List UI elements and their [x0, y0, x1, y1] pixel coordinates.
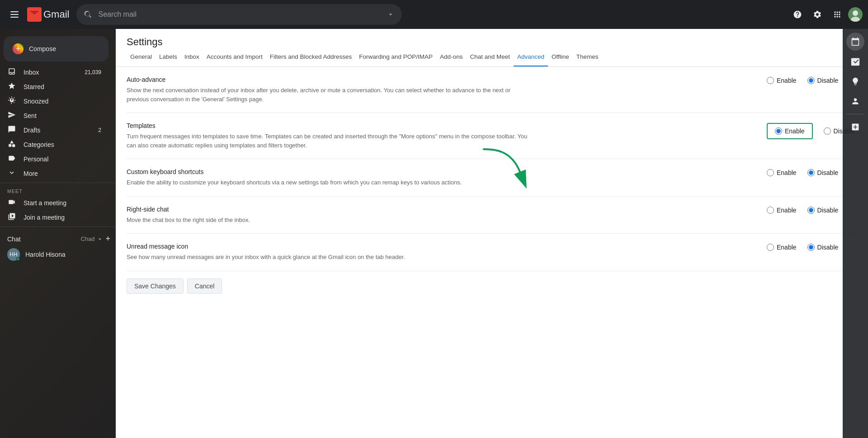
templates-disable-radio[interactable] [824, 127, 831, 135]
join-meeting-icon [7, 212, 16, 223]
unread-icon-info: Unread message icon See how many unread … [127, 243, 752, 262]
auto-advance-disable-label: Disable [817, 77, 839, 84]
settings-button[interactable] [808, 5, 826, 24]
settings-container: Settings General Labels Inbox Accounts a… [116, 29, 868, 438]
sidebar-item-label-categories: Categories [24, 141, 101, 148]
apps-button[interactable] [828, 5, 846, 24]
sidebar-item-categories[interactable]: Categories [0, 137, 108, 152]
unread-icon-disable-radio[interactable] [807, 244, 815, 251]
sidebar-item-snoozed[interactable]: Snoozed [0, 94, 108, 108]
divider-meet [0, 183, 116, 183]
unread-icon-enable-option[interactable]: Enable [767, 244, 797, 251]
unread-icon-disable-option[interactable]: Disable [807, 244, 839, 251]
tab-accounts[interactable]: Accounts and Import [203, 48, 266, 67]
templates-enable-option[interactable]: Enable [775, 127, 805, 135]
templates-enable-radio[interactable] [775, 127, 782, 135]
auto-advance-disable-radio[interactable] [807, 77, 815, 84]
search-icon [84, 10, 93, 19]
tab-filters[interactable]: Filters and Blocked Addresses [266, 48, 356, 67]
tab-chatmeet[interactable]: Chat and Meet [466, 48, 514, 67]
tab-forwarding[interactable]: Forwarding and POP/IMAP [355, 48, 436, 67]
help-button[interactable] [788, 5, 807, 24]
inbox-badge: 21,039 [85, 69, 101, 75]
templates-title: Templates [127, 122, 752, 129]
sidebar-item-more[interactable]: More [0, 166, 108, 181]
svg-rect-1 [10, 14, 19, 15]
tab-general[interactable]: General [127, 48, 156, 67]
menu-button[interactable] [5, 5, 24, 24]
unread-icon-enable-radio[interactable] [767, 244, 774, 251]
more-icon [7, 169, 16, 179]
settings-tabs: General Labels Inbox Accounts and Import… [116, 48, 868, 67]
sidebar-item-personal[interactable]: Personal [0, 152, 108, 166]
unread-icon-disable-label: Disable [817, 244, 839, 251]
right-side-chat-enable-radio[interactable] [767, 207, 774, 214]
sidebar-item-join-meeting[interactable]: Join a meeting [0, 210, 108, 225]
tab-offline[interactable]: Offline [548, 48, 573, 67]
sidebar-item-sent[interactable]: Sent [0, 108, 108, 123]
keyboard-shortcuts-disable-option[interactable]: Disable [807, 169, 839, 176]
tasks-button[interactable] [846, 52, 864, 71]
keyboard-shortcuts-disable-radio[interactable] [807, 169, 815, 176]
keyboard-shortcuts-title: Custom keyboard shortcuts [127, 168, 752, 175]
tab-inbox[interactable]: Inbox [181, 48, 203, 67]
keyboard-shortcuts-enable-option[interactable]: Enable [767, 169, 797, 176]
keyboard-shortcuts-enable-radio[interactable] [767, 169, 774, 176]
add-app-button[interactable] [846, 118, 864, 136]
tab-labels[interactable]: Labels [156, 48, 181, 67]
search-input[interactable] [98, 10, 381, 19]
auto-advance-enable-option[interactable]: Enable [767, 77, 797, 84]
auto-advance-enable-radio[interactable] [767, 77, 774, 84]
search-dropdown-icon[interactable] [387, 10, 395, 19]
topbar: Gmail [0, 0, 868, 29]
right-side-chat-disable-option[interactable]: Disable [807, 207, 839, 214]
sidebar-item-start-meeting[interactable]: Start a meeting [0, 196, 108, 210]
tab-advanced[interactable]: Advanced [514, 48, 548, 67]
sidebar-item-label-snoozed: Snoozed [24, 98, 101, 105]
sidebar-item-inbox[interactable]: Inbox 21,039 [0, 65, 108, 80]
right-side-chat-disable-label: Disable [817, 207, 839, 214]
chat-section: Chat Chad + HH Harold Hisona [0, 229, 116, 267]
keep-button[interactable] [846, 72, 864, 90]
tab-addons[interactable]: Add-ons [436, 48, 466, 67]
inbox-icon [7, 67, 16, 78]
tab-themes[interactable]: Themes [573, 48, 602, 67]
settings-title: Settings [116, 29, 868, 48]
right-side-chat-disable-radio[interactable] [807, 207, 815, 214]
unread-icon-enable-label: Enable [777, 244, 797, 251]
auto-advance-disable-option[interactable]: Disable [807, 77, 839, 84]
compose-plus-icon: + [13, 43, 24, 54]
content-area: Settings General Labels Inbox Accounts a… [116, 29, 868, 438]
calendar-button[interactable] [846, 33, 864, 51]
chat-user-harold[interactable]: HH Harold Hisona [0, 245, 116, 264]
right-side-chat-info: Right-side chat Move the chat box to the… [127, 206, 752, 225]
contacts-button[interactable] [846, 92, 864, 110]
divider-chat [0, 226, 116, 227]
auto-advance-enable-label: Enable [777, 77, 797, 84]
right-side-chat-enable-option[interactable]: Enable [767, 207, 797, 214]
auto-advance-row: Auto-advance Show the next conversation … [127, 67, 857, 113]
sidebar-item-label-personal: Personal [24, 155, 101, 163]
keyboard-shortcuts-enable-label: Enable [777, 169, 797, 176]
gmail-logo: Gmail [27, 7, 69, 22]
sidebar-item-starred[interactable]: Starred [0, 80, 108, 94]
harold-avatar: HH [7, 248, 20, 261]
templates-enable-label: Enable [785, 127, 805, 135]
compose-button[interactable]: + Compose [4, 36, 108, 61]
sidebar-item-label-start-meeting: Start a meeting [24, 199, 101, 207]
templates-row: Templates Turn frequent messages into te… [127, 113, 857, 159]
save-changes-button[interactable]: Save Changes [127, 278, 184, 294]
main-layout: + Compose Inbox 21,039 Starred Snoozed [0, 29, 868, 438]
sidebar-item-drafts[interactable]: Drafts 2 [0, 123, 108, 137]
sidebar-item-label-join-meeting: Join a meeting [24, 214, 101, 221]
right-sidebar [843, 29, 868, 438]
starred-icon [7, 82, 16, 92]
snoozed-icon [7, 96, 16, 107]
add-chat-button[interactable]: + [104, 234, 112, 244]
drafts-badge: 2 [98, 127, 101, 133]
sidebar-item-label-drafts: Drafts [24, 127, 91, 134]
chat-header[interactable]: Chat Chad + [0, 232, 116, 245]
cancel-button[interactable]: Cancel [187, 278, 222, 294]
user-avatar[interactable] [848, 7, 863, 22]
right-side-chat-desc: Move the chat box to the right side of t… [127, 216, 533, 225]
